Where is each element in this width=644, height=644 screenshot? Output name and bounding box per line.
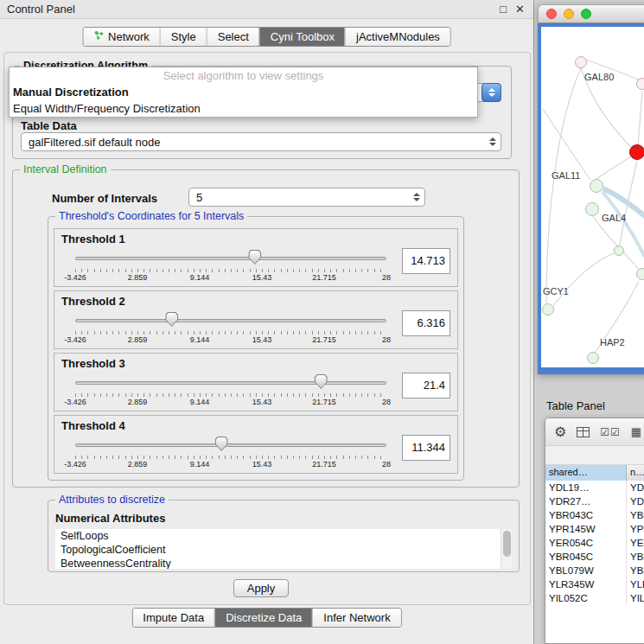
stepper-up-icon xyxy=(489,137,496,141)
table-cell: YDR2 xyxy=(627,494,644,508)
network-window-titlebar[interactable] xyxy=(538,4,644,23)
tab-network[interactable]: Network xyxy=(83,28,160,46)
network-node-label: GAL80 xyxy=(584,72,614,82)
stepper-up-icon xyxy=(413,193,420,196)
table-cell: YDL19… xyxy=(545,481,627,494)
table-row[interactable]: YBL079WYBL0 xyxy=(545,564,644,577)
threshold-value-field[interactable]: 11.344 xyxy=(402,435,450,461)
tab-label: Network xyxy=(108,30,150,43)
scale-tick-label: 15.43 xyxy=(252,273,272,282)
network-node-label: HAP2 xyxy=(600,337,625,348)
numerical-attribute-item[interactable]: BetweennessCentrality xyxy=(55,557,512,569)
apply-button[interactable]: Apply xyxy=(233,579,289,597)
list-scrollbar[interactable] xyxy=(501,529,512,569)
control-panel-titlebar[interactable]: Control Panel □ ✕ xyxy=(0,0,533,19)
slider-thumb[interactable] xyxy=(315,374,328,389)
slider-ticks xyxy=(75,331,386,335)
scale-tick-label: 2.859 xyxy=(128,398,148,406)
minimize-traffic-light-icon[interactable] xyxy=(564,9,574,19)
tab-select[interactable]: Select xyxy=(207,28,259,46)
algorithm-option-manual-discretization[interactable]: Manual Discretization xyxy=(10,84,477,100)
threshold-slider[interactable]: -3.4262.8599.14415.4321.71528 xyxy=(75,435,386,471)
number-of-intervals-combobox[interactable]: 5 xyxy=(188,188,425,207)
network-node[interactable] xyxy=(614,245,624,256)
algorithm-option-equal-width-frequency[interactable]: Equal Width/Frequency Discretization xyxy=(10,100,477,117)
table-data-combobox[interactable]: galFiltered.sif default node xyxy=(21,132,501,151)
network-node-gal80[interactable] xyxy=(575,56,587,68)
numerical-attribute-item[interactable]: TopologicalCoefficient xyxy=(55,543,512,557)
scale-tick-label: 21.715 xyxy=(312,398,336,406)
slider-thumb[interactable] xyxy=(248,250,261,265)
network-node[interactable] xyxy=(629,144,644,160)
table-row[interactable]: YBR045CYBR0 xyxy=(545,550,644,564)
table-toolbar-spacer xyxy=(545,446,644,465)
table-row[interactable]: YBR043CYBR0 xyxy=(545,508,644,522)
table-toolbar: ⚙ ☑☑ ▦ xyxy=(545,418,644,446)
tab-style[interactable]: Style xyxy=(160,28,207,46)
threshold-value-field[interactable]: 21.4 xyxy=(402,373,450,399)
network-node-gal11[interactable] xyxy=(590,179,603,193)
tab-cyni-toolbox[interactable]: Cyni Toolbox xyxy=(259,28,345,46)
numerical-attribute-item[interactable]: SelfLoops xyxy=(55,529,512,543)
slider-track xyxy=(75,443,386,447)
table-row[interactable]: YDL19…YDL1 xyxy=(545,481,644,494)
column-header-2[interactable]: n… xyxy=(627,465,644,481)
float-icon[interactable]: □ xyxy=(500,0,507,18)
slider-thumb-face xyxy=(216,437,227,450)
table-cell: YPR1 xyxy=(627,522,644,536)
scale-tick-label: 9.144 xyxy=(190,460,210,469)
slider-scale: -3.4262.8599.14415.4321.71528 xyxy=(75,273,386,283)
top-tab-bar: NetworkStyleSelectCyni ToolboxjActiveMNo… xyxy=(82,27,451,47)
scale-tick-label: 28 xyxy=(382,273,391,282)
slider-thumb[interactable] xyxy=(165,312,178,327)
network-canvas[interactable]: GAL80GAL11GAL4GCY1HAP2 xyxy=(541,27,644,367)
columns-icon[interactable] xyxy=(577,427,590,437)
combobox-open-button[interactable] xyxy=(481,83,501,102)
bottom-tab-discretize-data[interactable]: Discretize Data xyxy=(214,609,312,627)
table-row[interactable]: YDR27…YDR2 xyxy=(545,494,644,508)
table-row[interactable]: YIL052CYIL0 xyxy=(545,591,644,605)
close-traffic-light-icon[interactable] xyxy=(546,9,557,19)
grid-icon[interactable]: ▦ xyxy=(631,425,641,438)
table-row[interactable]: YPR145WYPR1 xyxy=(545,522,644,536)
network-focus-frame: GAL80GAL11GAL4GCY1HAP2 xyxy=(538,23,644,374)
table-row[interactable]: YER054CYER0 xyxy=(545,536,644,550)
scrollbar-thumb[interactable] xyxy=(503,531,511,557)
select-checkboxes-icon[interactable]: ☑☑ xyxy=(600,426,621,438)
threshold-slider[interactable]: -3.4262.8599.14415.4321.71528 xyxy=(75,373,386,409)
threshold-slider[interactable]: -3.4262.8599.14415.4321.71528 xyxy=(75,248,386,284)
table-row[interactable]: YLR345WYLR3 xyxy=(545,577,644,591)
network-node-gal4[interactable] xyxy=(585,202,599,216)
gear-icon[interactable]: ⚙ xyxy=(554,425,566,439)
network-node-label: GAL4 xyxy=(602,213,626,223)
slider-scale: -3.4262.8599.14415.4321.71528 xyxy=(75,398,386,407)
column-header-1[interactable]: shared… xyxy=(545,465,627,481)
threshold-value-field[interactable]: 6.316 xyxy=(402,310,450,336)
table-cell: YLR345W xyxy=(545,577,627,591)
tab-label: Infer Network xyxy=(323,611,390,624)
network-node[interactable] xyxy=(636,78,644,90)
scale-tick-label: 15.43 xyxy=(252,335,272,344)
attributes-group-title: Attributes to discretize xyxy=(55,494,169,506)
threshold-slider[interactable]: -3.4262.8599.14415.4321.71528 xyxy=(75,310,386,347)
table-cell: YPR145W xyxy=(545,522,627,536)
table-data-label: Table Data xyxy=(21,119,77,132)
threshold-value-field[interactable]: 14.713 xyxy=(402,248,450,274)
network-node-hap2[interactable] xyxy=(587,352,599,364)
scale-tick-label: 9.144 xyxy=(190,273,210,282)
table-cell: YER054C xyxy=(545,536,627,550)
close-icon[interactable]: ✕ xyxy=(515,0,525,18)
table-data-combobox-value: galFiltered.sif default node xyxy=(22,136,485,149)
scale-tick-label: 21.715 xyxy=(312,460,336,469)
slider-thumb[interactable] xyxy=(215,437,228,451)
bottom-tab-infer-network[interactable]: Infer Network xyxy=(312,609,400,627)
tab-label: Discretize Data xyxy=(226,611,302,624)
table-cell: YLR3 xyxy=(627,577,644,591)
tab-jactivemnodules[interactable]: jActiveMNodules xyxy=(345,28,450,46)
threshold-panel-2: Threshold 2-3.4262.8599.14415.4321.71528… xyxy=(54,290,458,349)
network-node-gcy1[interactable] xyxy=(542,303,554,316)
network-node[interactable] xyxy=(636,268,644,280)
bottom-tab-impute-data[interactable]: Impute Data xyxy=(132,609,214,627)
zoom-traffic-light-icon[interactable] xyxy=(581,9,591,19)
numerical-attributes-list[interactable]: SelfLoopsTopologicalCoefficientBetweenne… xyxy=(55,529,512,569)
